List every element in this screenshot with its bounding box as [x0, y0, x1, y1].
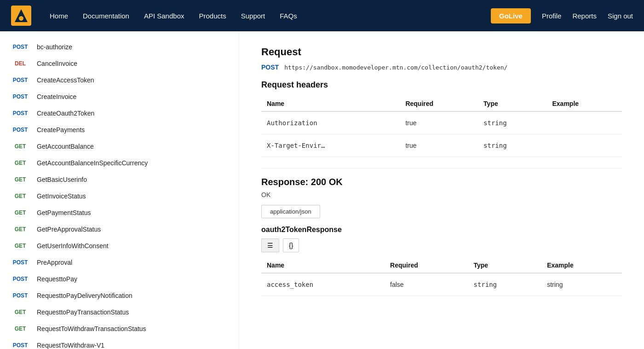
logo[interactable] [11, 6, 31, 26]
schema-list-toggle[interactable]: ☰ [261, 238, 279, 252]
endpoint-name: CreateAccessToken [37, 76, 94, 84]
resp-col-name: Name [261, 258, 385, 273]
table-row: Authorization true string [261, 111, 622, 134]
request-method-url: POST https://sandbox.momodeveloper.mtn.c… [261, 64, 622, 71]
sidebar-endpoint-getaccountbalanceinspecificcurrency[interactable]: GET GetAccountBalanceInSpecificCurrency [0, 155, 239, 171]
col-required: Required [400, 96, 478, 111]
nav-products[interactable]: Products [199, 12, 226, 20]
method-badge: POST [11, 110, 29, 116]
request-method-badge: POST [261, 64, 279, 71]
col-type: Type [478, 96, 546, 111]
header-required: true [400, 111, 478, 134]
header-required: true [400, 134, 478, 157]
sidebar-endpoint-createaccesstoken[interactable]: POST CreateAccessToken [0, 72, 239, 88]
resp-type: string [468, 273, 541, 296]
sidebar-endpoint-requesttowithdrawtransactionstatus[interactable]: GET RequestToWithdrawTransactionStatus [0, 320, 239, 337]
resp-col-required: Required [385, 258, 468, 273]
sidebar-endpoint-getbasicuserinfo[interactable]: GET GetBasicUserinfo [0, 171, 239, 188]
nav-faqs[interactable]: FAQs [280, 12, 297, 20]
header-example [547, 134, 622, 157]
response-status: OK [261, 191, 622, 198]
endpoint-name: GetBasicUserinfo [37, 176, 87, 183]
navbar: Home Documentation API Sandbox Products … [0, 0, 644, 31]
list-icon: ☰ [267, 242, 273, 249]
method-badge: DEL [11, 60, 29, 67]
sidebar-endpoint-bc-authorize[interactable]: POST bc-authorize [0, 39, 239, 55]
sidebar-endpoint-createpayments[interactable]: POST CreatePayments [0, 122, 239, 138]
method-badge: POST [11, 93, 29, 100]
header-name: X-Target-Envir… [261, 134, 400, 157]
schema-name: oauth2TokenResponse [261, 226, 622, 234]
endpoints-sidebar: POST bc-authorize DEL CancelInvoice POST… [0, 31, 239, 349]
sidebar-endpoint-requesttopaydeliverynotification[interactable]: POST RequesttoPayDeliveryNotification [0, 287, 239, 304]
schema-toggle-row: ☰ {} [261, 238, 622, 252]
endpoint-name: CreateInvoice [37, 93, 76, 100]
endpoint-name: GetPaymentStatus [37, 209, 91, 216]
response-title: Response: 200 OK [261, 177, 622, 187]
sidebar-endpoint-requesttopaytransactionstatus[interactable]: GET RequesttoPayTransactionStatus [0, 304, 239, 320]
sidebar-endpoint-getuserinfowithconsent[interactable]: GET GetUserInfoWithConsent [0, 238, 239, 254]
method-badge: POST [11, 292, 29, 299]
sidebar-endpoint-preapproval[interactable]: POST PreApproval [0, 254, 239, 271]
endpoint-name: GetAccountBalanceInSpecificCurrency [37, 159, 148, 167]
method-badge: GET [11, 243, 29, 249]
nav-links: Home Documentation API Sandbox Products … [50, 12, 491, 20]
method-badge: POST [11, 276, 29, 282]
nav-profile[interactable]: Profile [542, 12, 562, 20]
content-type-tab[interactable]: application/json [261, 205, 320, 218]
method-badge: POST [11, 44, 29, 50]
nav-home[interactable]: Home [50, 12, 68, 20]
sidebar-endpoint-requesttopay[interactable]: POST RequesttoPay [0, 271, 239, 287]
sidebar-endpoint-createinvoice[interactable]: POST CreateInvoice [0, 88, 239, 105]
header-type: string [478, 111, 546, 134]
header-name: Authorization [261, 111, 400, 134]
nav-support[interactable]: Support [241, 12, 265, 20]
sidebar-endpoint-getinvoicestatus[interactable]: GET GetInvoiceStatus [0, 188, 239, 204]
method-badge: POST [11, 127, 29, 133]
api-content: Request POST https://sandbox.momodevelop… [239, 31, 644, 349]
endpoint-name: CreatePayments [37, 126, 85, 134]
method-badge: POST [11, 342, 29, 349]
table-row: X-Target-Envir… true string [261, 134, 622, 157]
method-badge: GET [11, 160, 29, 166]
method-badge: POST [11, 77, 29, 83]
endpoint-name: bc-authorize [37, 43, 72, 51]
endpoint-name: CancelInvoice [37, 60, 77, 67]
sidebar-endpoint-getpaymentstatus[interactable]: GET GetPaymentStatus [0, 204, 239, 221]
endpoint-name: CreateOauth2Token [37, 110, 94, 117]
method-badge: POST [11, 259, 29, 266]
method-badge: GET [11, 176, 29, 183]
sidebar-endpoint-getpreapprovalstatus[interactable]: GET GetPreApprovalStatus [0, 221, 239, 238]
endpoint-name: RequestToWithdrawTransactionStatus [37, 325, 146, 332]
col-name: Name [261, 96, 400, 111]
sidebar-endpoint-getaccountbalance[interactable]: GET GetAccountBalance [0, 138, 239, 155]
method-badge: GET [11, 226, 29, 233]
request-url: https://sandbox.momodeveloper.mtn.com/co… [284, 64, 507, 71]
endpoint-name: PreApproval [37, 259, 72, 266]
endpoint-name: GetAccountBalance [37, 143, 94, 150]
col-example: Example [547, 96, 622, 111]
resp-required: false [385, 273, 468, 296]
nav-api-sandbox[interactable]: API Sandbox [144, 12, 184, 20]
endpoint-name: RequesttoPayDeliveryNotification [37, 292, 132, 299]
object-icon: {} [289, 242, 293, 249]
table-row: access_token false string string [261, 273, 622, 296]
endpoint-name: GetPreApprovalStatus [37, 226, 101, 233]
sidebar-endpoint-createoauth2token[interactable]: POST CreateOauth2Token [0, 105, 239, 122]
endpoint-name: RequesttoPayTransactionStatus [37, 308, 129, 316]
nav-signout[interactable]: Sign out [608, 12, 633, 20]
header-type: string [478, 134, 546, 157]
schema-object-toggle[interactable]: {} [283, 238, 299, 252]
golive-button[interactable]: GoLive [491, 8, 531, 23]
header-example [547, 111, 622, 134]
endpoint-name: RequesttoPay [37, 275, 77, 283]
nav-reports[interactable]: Reports [572, 12, 597, 20]
sidebar-endpoint-requesttowithdraw-v1[interactable]: POST RequestToWithdraw-V1 [0, 337, 239, 349]
resp-col-example: Example [541, 258, 622, 273]
nav-documentation[interactable]: Documentation [83, 12, 129, 20]
navbar-right: GoLive Profile Reports Sign out [491, 8, 633, 23]
request-headers-title: Request headers [261, 80, 622, 90]
endpoint-name: GetInvoiceStatus [37, 192, 86, 200]
sidebar-endpoint-cancelinvoice[interactable]: DEL CancelInvoice [0, 55, 239, 72]
endpoint-name: RequestToWithdraw-V1 [37, 342, 104, 349]
